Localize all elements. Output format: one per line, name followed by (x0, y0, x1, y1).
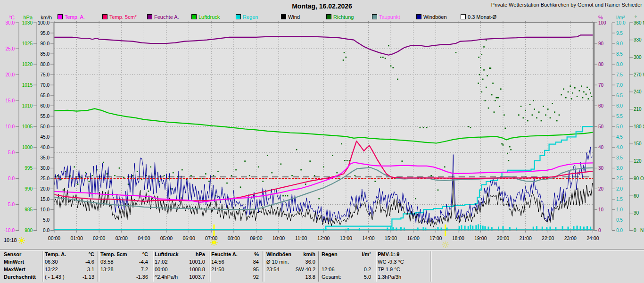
legend-item-wind[interactable]: Wind (281, 14, 300, 20)
sensor-table: SensorMinWertMaxWertDurchschnittTemp. A.… (0, 250, 644, 283)
tick-kmh: 55.0 (41, 114, 50, 119)
cell-label: 23:54 (266, 266, 280, 273)
tick-hpa: 990 (25, 186, 33, 191)
tick-celsius: 30.0 (6, 20, 15, 25)
tick-celsius: 5.0 (8, 150, 15, 155)
legend-swatch-taupunkt (372, 14, 377, 19)
tick-kmh: 65.0 (41, 93, 50, 98)
tick-percent: 40 (598, 145, 604, 150)
tick-lm2: 6.0 (616, 103, 623, 108)
tick-hpa: 985 (25, 207, 33, 212)
tick-celsius: 0.0 (8, 176, 15, 181)
tick-celsius: -5.0 (7, 202, 15, 207)
x-tick-label: 18:00 (452, 235, 464, 241)
column-unit: °C (89, 250, 94, 258)
table-column-regen: Regenl/m²12:060.2Gesamt:5.0 (322, 250, 371, 281)
cell-label: TP 1.9 °C (378, 266, 400, 273)
table-column-windb-en: Windböenkm/hØ 10 min.36.023:54SW 40.213.… (266, 250, 315, 281)
x-tick-label: 21:00 (519, 235, 531, 241)
cell-value: 13.8 (305, 273, 315, 281)
tick-kmh: 85.0 (41, 51, 50, 57)
tick-lm2: 10.0 (616, 20, 626, 25)
x-tick-label: 14:00 (362, 235, 374, 241)
legend-item-luftdruck[interactable]: Luftdruck (191, 14, 220, 20)
tick-percent: 50 (598, 124, 604, 129)
x-tick-label: 24:00 (586, 235, 599, 241)
cell-value: 1001.0 (189, 258, 205, 266)
x-tick-label: 03:00 (116, 235, 128, 241)
legend-item-richtung[interactable]: Richtung (326, 14, 354, 20)
x-tick-label: 16:00 (407, 235, 419, 241)
cell-label: Gesamt: (322, 273, 341, 281)
cell-value: 1003.7 (189, 273, 205, 281)
legend-item-taupunkt[interactable]: Taupunkt (372, 14, 400, 20)
legend-item-regen[interactable]: Regen (236, 14, 258, 20)
tick-lm2: 0.0 (616, 228, 623, 233)
tick-celsius: 15.0 (6, 98, 15, 103)
tick-hpa: 1000 (22, 145, 33, 150)
x-tick-label: 12:00 (317, 235, 330, 241)
tick-kmh: 80.0 (41, 62, 50, 67)
legend-label: Feuchte A. (154, 14, 179, 20)
x-tick-label: 02:00 (93, 235, 105, 241)
tick-percent: 30 (598, 166, 604, 171)
legend-label: Luftdruck (198, 14, 220, 20)
tick-lm2: 2.0 (616, 186, 623, 191)
legend-item-feuchte-a[interactable]: Feuchte A. (147, 14, 179, 20)
x-tick-label: 13:00 (340, 235, 352, 241)
tick-lm2: 1.0 (616, 207, 623, 212)
cell-value: -1.13 (83, 273, 94, 281)
tick-kmh: 15.0 (41, 197, 50, 202)
x-tick-label: 01:00 (70, 235, 83, 241)
column-unit: l/m² (362, 250, 371, 258)
cell-value: 36.0 (305, 258, 315, 266)
tick-percent: 80 (598, 62, 604, 67)
legend-item-temp-5cm[interactable]: Temp. 5cm* (102, 14, 137, 20)
table-column-temp-5cm: Temp. 5cm°C03:58-4.413:287.2-1.36 (100, 250, 148, 281)
tick-deg: 150 (634, 141, 642, 146)
legend-label: Wind (288, 14, 300, 20)
x-tick-label: 11:00 (295, 235, 307, 241)
table-divider (430, 251, 432, 282)
weather-chart: 30.025.020.015.010.05.00.0-5.0-10.010301… (0, 0, 644, 251)
legend-swatch-windb-en (416, 14, 421, 19)
table-divider (209, 251, 211, 282)
tick-kmh: 100.0 (38, 20, 50, 25)
x-tick-label: 22:00 (542, 235, 554, 241)
cell-value: 1008.8 (189, 266, 205, 273)
column-unit: km/h (303, 250, 315, 258)
row-label: Durchschnitt (4, 273, 36, 281)
cell-value: 5.0 (364, 273, 371, 281)
cell-label: ^2.4hPa/h (155, 273, 178, 281)
row-label: Sensor (4, 250, 21, 258)
legend-item-temp-a[interactable]: Temp. A. (58, 14, 85, 20)
tick-hpa: 1020 (22, 62, 33, 67)
legend-item-0-3-monat[interactable]: 0.3 Monat-Ø (461, 14, 496, 20)
tick-kmh: 90.0 (41, 41, 50, 46)
tick-percent: 70 (598, 83, 604, 88)
tick-kmh: 70.0 (41, 83, 50, 88)
x-tick-label: 07:00 (205, 235, 217, 241)
table-divider (98, 251, 99, 282)
tick-kmh: 5.0 (43, 217, 50, 223)
tick-deg: 210 (634, 107, 642, 112)
tick-kmh: 95.0 (41, 31, 50, 36)
tick-kmh: 20.0 (41, 186, 50, 191)
tick-deg: 90 O (634, 176, 644, 181)
cell-value: 0.2 (364, 266, 371, 273)
x-tick-label: 20:00 (497, 235, 509, 241)
legend-label: Temp. 5cm* (109, 14, 137, 20)
cell-value: SW 40.2 (296, 266, 315, 273)
table-divider (375, 251, 377, 282)
legend-item-windb-en[interactable]: Windböen (416, 14, 447, 20)
tick-kmh: 35.0 (41, 155, 50, 160)
cell-label: 13:22 (45, 266, 58, 273)
legend-label: Regen (243, 14, 258, 20)
column-header: Temp. 5cm (100, 250, 127, 258)
x-tick-label: 04:00 (138, 235, 150, 241)
tick-kmh: 25.0 (41, 176, 50, 181)
tick-lm2: 9.0 (616, 41, 623, 46)
legend-swatch-richtung (326, 14, 331, 19)
tick-hpa: 1015 (22, 83, 33, 88)
legend-swatch-regen (236, 14, 241, 19)
